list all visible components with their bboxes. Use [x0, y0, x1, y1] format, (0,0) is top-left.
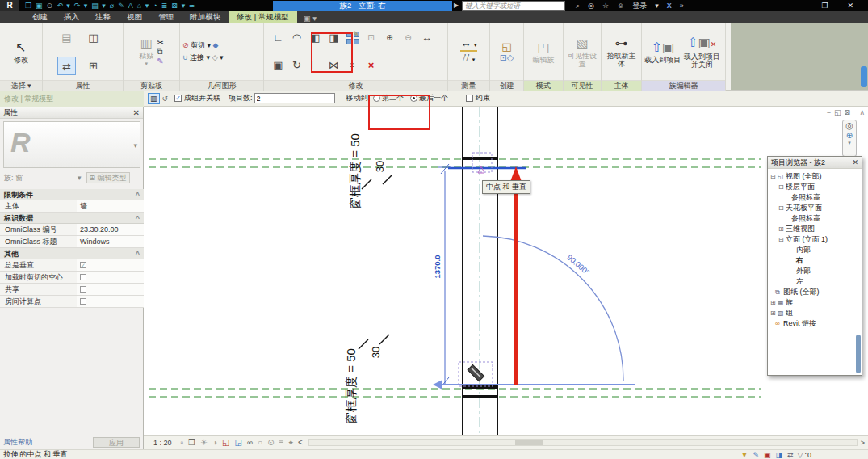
expand-icon[interactable]: ⊞: [770, 308, 778, 318]
zoom-icon[interactable]: ⊕: [843, 131, 856, 140]
thin-lines-icon[interactable]: ≣: [161, 2, 169, 10]
dim-label-30-bottom[interactable]: 30: [370, 347, 382, 358]
property-row-omniclass-title[interactable]: OmniClass 标题Windows: [0, 236, 144, 248]
print-icon[interactable]: ▤ ▾: [91, 2, 107, 10]
open-icon[interactable]: ❒: [25, 2, 32, 10]
tree-item-exterior[interactable]: 外部: [770, 266, 862, 276]
apply-button[interactable]: 应用: [93, 437, 140, 448]
cut-clipboard-icon[interactable]: ✂: [157, 38, 163, 47]
pick-new-host-button[interactable]: ⊶拾取新主体: [604, 36, 639, 68]
collapse-icon[interactable]: ⊟: [778, 203, 786, 213]
signin-label[interactable]: 登录: [632, 1, 647, 11]
visual-style-icon[interactable]: ❒: [188, 438, 195, 447]
tree-item-elevations[interactable]: ⊟立面 (立面 1): [770, 234, 862, 245]
collapse-icon[interactable]: ⊟: [778, 182, 786, 192]
reveal-hidden-icon[interactable]: ○: [258, 438, 262, 447]
property-row-always-vertical[interactable]: 总是垂直✓: [0, 259, 144, 272]
unpin-icon[interactable]: ⊖: [399, 28, 417, 47]
show-crop-icon[interactable]: ◲: [235, 438, 242, 447]
view-window-controls[interactable]: −◱⊠: [827, 108, 853, 116]
load-into-project-close-button[interactable]: ⇧▣✕载入到项目并关闭: [681, 35, 723, 69]
scale-icon[interactable]: ⊡: [362, 28, 380, 47]
infocenter-arrow-icon[interactable]: ▶: [454, 2, 459, 9]
save-icon[interactable]: ▣: [36, 2, 44, 10]
tree-item-right[interactable]: 右: [770, 255, 862, 266]
window-frame-top[interactable]: [462, 157, 498, 160]
cut-geometry-button[interactable]: ⊘ 剪切 ▾ ◆: [182, 40, 219, 52]
sync-icon[interactable]: ⊙: [47, 2, 54, 10]
steering-wheel-icon[interactable]: ◎: [843, 120, 856, 131]
room-point-checkbox[interactable]: [80, 298, 86, 305]
dim-label-30-top[interactable]: 30: [374, 161, 386, 172]
tree-item-sheets[interactable]: ⧉图纸 (全部): [770, 287, 862, 297]
favorites-star-icon[interactable]: ☆: [602, 2, 609, 10]
reveal-constraints-icon[interactable]: ⌖: [288, 438, 293, 448]
restore-icon[interactable]: ❐: [821, 2, 828, 10]
edit-type-button[interactable]: ⊞ 编辑类型: [86, 172, 130, 183]
browser-scrollbar-thumb[interactable]: [856, 335, 861, 373]
create-group-icon[interactable]: ◱: [501, 40, 511, 53]
tree-item-groups[interactable]: ⊞▧组: [770, 308, 862, 318]
visibility-settings-button[interactable]: ▧可见性设置: [566, 36, 598, 68]
design-options-icon[interactable]: ✎: [753, 451, 759, 459]
copy-clipboard-icon[interactable]: ⧉: [157, 47, 163, 57]
cope-icon[interactable]: ◠: [287, 28, 306, 47]
filter-icon[interactable]: ▽: [798, 451, 803, 459]
join-geometry-button[interactable]: ∪ 连接 ▾ ◇ ▾: [182, 52, 224, 64]
expand-icon[interactable]: ⊞: [778, 224, 786, 234]
paste-button[interactable]: ▥粘贴▾: [139, 36, 153, 68]
family-selector-arrow-icon[interactable]: ▾: [78, 174, 82, 182]
reference-plane-lines[interactable]: [149, 159, 761, 397]
property-row-host[interactable]: 主体墙: [0, 200, 144, 213]
collapse-icon[interactable]: ^: [136, 213, 140, 223]
measure-between-icon[interactable]: ↔ ▾: [460, 38, 476, 52]
tree-item-families[interactable]: ⊞▦族: [770, 297, 862, 308]
shared-checkbox[interactable]: [80, 286, 86, 293]
drawing-canvas[interactable]: 窗框厚度 = 50 30 窗框厚度 = 50 30 1370.0 90.000°…: [144, 107, 868, 435]
press-drag-icon[interactable]: ◨: [775, 451, 782, 459]
sun-path-icon[interactable]: ☀: [200, 438, 208, 447]
load-into-project-button[interactable]: ⇧▣载入到项目: [644, 40, 681, 64]
panel-select-label[interactable]: 选择 ▾: [0, 80, 42, 91]
panel-family-editor-label[interactable]: 族编辑器: [642, 80, 725, 91]
tree-item-ref-level-2[interactable]: 参照标高: [770, 213, 862, 224]
type-selector-dropdown-icon[interactable]: ▾: [133, 141, 137, 149]
expand-icon[interactable]: ⊞: [770, 297, 778, 308]
panel-create-label[interactable]: 创建: [490, 80, 523, 91]
tab-insert[interactable]: 插入: [56, 11, 87, 23]
properties-help-link[interactable]: 属性帮助: [3, 437, 32, 448]
tree-item-ref-level[interactable]: 参照标高: [770, 192, 862, 203]
radial-array-icon[interactable]: ↺: [162, 95, 169, 103]
section-constraints[interactable]: 限制条件^: [0, 189, 144, 200]
property-row-void-cut[interactable]: 加载时剪切的空心: [0, 272, 144, 284]
match-type-icon[interactable]: ✎: [157, 57, 163, 65]
collapse-icon[interactable]: ⊟: [770, 171, 778, 182]
horizontal-scrollbar-thumb[interactable]: [515, 440, 543, 445]
undo-icon[interactable]: ↶ ▾: [57, 2, 71, 10]
item-count-input[interactable]: [254, 93, 335, 103]
window-sill[interactable]: [462, 395, 498, 398]
default-3d-icon[interactable]: ⌂ ▾: [137, 2, 149, 10]
user-icon[interactable]: ☺: [617, 2, 624, 10]
tree-item-3d-views[interactable]: ⊞三维视图: [770, 224, 862, 234]
horizontal-scrollbar[interactable]: [308, 439, 858, 446]
temp-dim-value[interactable]: 1370.0: [433, 255, 442, 278]
tree-item-left[interactable]: 左: [770, 276, 862, 287]
property-row-omniclass-number[interactable]: OmniClass 编号23.30.20.00: [0, 224, 144, 236]
tree-item-ceiling-plans[interactable]: ⊟天花板平面: [770, 203, 862, 213]
tab-annotate[interactable]: 注释: [87, 11, 119, 23]
always-vertical-checkbox[interactable]: ✓: [80, 262, 86, 268]
property-row-room-point[interactable]: 房间计算点: [0, 296, 144, 308]
dim-label-frame-bottom[interactable]: 窗框厚度 = 50: [344, 348, 359, 424]
tree-item-views[interactable]: ⊟◱视图 (全部): [770, 171, 862, 182]
redo-icon[interactable]: ↷ ▾: [74, 2, 89, 10]
section-other[interactable]: 其他^: [0, 248, 144, 259]
copy-icon[interactable]: ▣: [269, 56, 287, 74]
void-cut-checkbox[interactable]: [80, 274, 86, 280]
modify-tool-button[interactable]: ↖修改: [14, 40, 28, 64]
family-selector[interactable]: 族: 窗: [0, 173, 78, 183]
close-hidden-icon[interactable]: ⊠: [171, 2, 178, 10]
tab-addins[interactable]: 附加模块: [182, 11, 229, 23]
move-icon[interactable]: ↔: [417, 28, 436, 47]
exchange-apps-icon[interactable]: X: [667, 2, 672, 10]
